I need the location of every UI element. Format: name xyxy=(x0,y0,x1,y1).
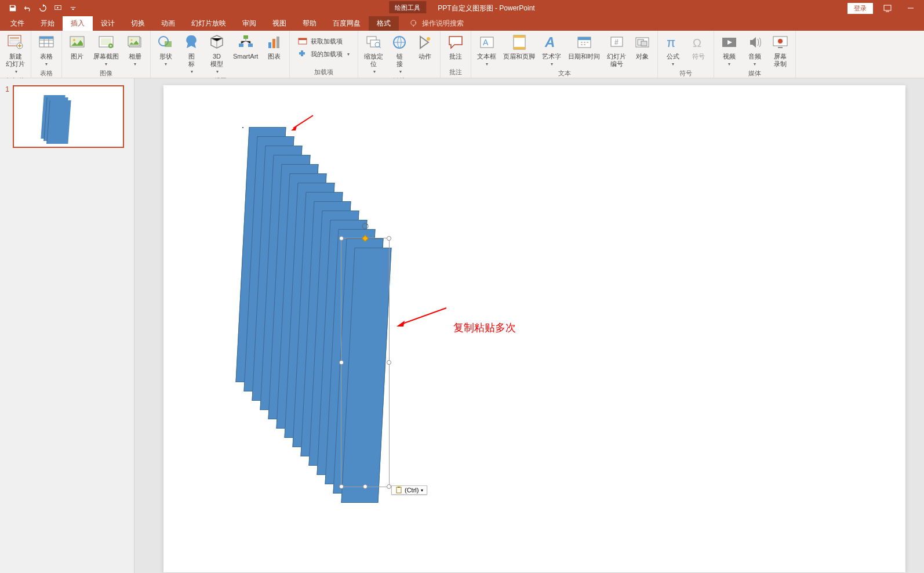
svg-rect-39 xyxy=(578,37,591,40)
start-from-beginning-button[interactable] xyxy=(51,1,65,15)
screenshot-button[interactable]: 屏幕截图 xyxy=(90,32,122,69)
textbox-button[interactable]: A文本框 xyxy=(474,32,500,69)
thumbnail-1[interactable]: 1 xyxy=(2,85,132,148)
ribbon-tab-strip: 文件 开始 插入 设计 切换 动画 幻灯片放映 审阅 视图 帮助 百度网盘 格式… xyxy=(0,16,924,31)
tab-baidu[interactable]: 百度网盘 xyxy=(325,16,369,31)
object-button[interactable]: 对象 xyxy=(630,32,655,61)
tab-review[interactable]: 审阅 xyxy=(234,16,264,31)
group-text-label: 文本 xyxy=(474,69,655,79)
svg-rect-18 xyxy=(165,41,172,47)
audio-button[interactable]: 音频 xyxy=(742,32,767,69)
slidenum-button[interactable]: #幻灯片 编号 xyxy=(603,32,630,69)
slidenum-icon: # xyxy=(607,33,626,52)
selection-box[interactable] xyxy=(341,238,390,487)
tab-transitions[interactable]: 切换 xyxy=(123,16,153,31)
parallelogram-shape[interactable] xyxy=(242,127,243,128)
clipboard-icon xyxy=(395,487,402,494)
get-addins-button[interactable]: 获取加载项 xyxy=(294,35,353,47)
screenrec-button[interactable]: 屏幕 录制 xyxy=(767,32,793,69)
tell-me-search[interactable]: 操作说明搜索 xyxy=(410,16,464,31)
chart-icon xyxy=(265,33,283,52)
thumbnail-1-number: 1 xyxy=(2,85,9,93)
action-icon xyxy=(416,33,434,52)
tab-help[interactable]: 帮助 xyxy=(294,16,325,31)
svg-rect-22 xyxy=(268,42,271,48)
workspace: 1 xyxy=(0,78,924,573)
svg-rect-35 xyxy=(514,35,525,38)
shapes-button[interactable]: 形状 xyxy=(153,32,179,69)
resize-handle-e[interactable] xyxy=(387,360,391,365)
shape-stack[interactable] xyxy=(242,127,544,573)
icons-button[interactable]: 图 标 xyxy=(179,32,204,77)
slide-canvas-area[interactable]: 复制粘贴多次 (Ctrl) ▾ xyxy=(134,78,924,573)
action-button[interactable]: 动作 xyxy=(412,32,438,61)
album-button[interactable]: 相册 xyxy=(122,32,148,69)
tab-design[interactable]: 设计 xyxy=(93,16,123,31)
rotate-handle[interactable] xyxy=(361,222,369,230)
equation-label: 公式 xyxy=(667,53,679,68)
equation-icon: π xyxy=(664,33,682,52)
annotation-text: 复制粘贴多次 xyxy=(453,321,516,335)
resize-handle-sw[interactable] xyxy=(339,484,344,489)
group-comments: 批注 批注 xyxy=(441,31,471,78)
chart-label: 图表 xyxy=(268,53,281,60)
textbox-label: 文本框 xyxy=(477,53,496,68)
video-icon xyxy=(720,33,739,52)
wordart-button[interactable]: A艺术字 xyxy=(539,32,565,69)
group-images: 图片 屏幕截图 相册 图像 xyxy=(62,31,151,78)
datetime-button[interactable]: 日期和时间 xyxy=(565,32,603,61)
tab-slideshow[interactable]: 幻灯片放映 xyxy=(183,16,234,31)
document-title: PPT自定义图形图 - PowerPoint xyxy=(438,3,534,13)
group-illustrations: 形状 图 标 3D 模型 SmartArt 图表 插图 xyxy=(151,31,290,78)
new-slide-icon xyxy=(6,33,25,52)
tab-animations[interactable]: 动画 xyxy=(153,16,183,31)
symbol-button[interactable]: Ω符号 xyxy=(686,32,711,61)
comment-button[interactable]: 批注 xyxy=(443,32,468,61)
svg-rect-23 xyxy=(272,39,275,48)
equation-button[interactable]: π公式 xyxy=(660,32,686,69)
resize-handle-nw[interactable] xyxy=(339,236,344,241)
resize-handle-ne[interactable] xyxy=(387,236,391,241)
slide-canvas[interactable]: 复制粘贴多次 (Ctrl) ▾ xyxy=(163,85,905,572)
tab-file[interactable]: 文件 xyxy=(2,16,32,31)
symbol-label: 符号 xyxy=(692,53,705,60)
redo-button[interactable] xyxy=(36,1,50,15)
svg-text:A: A xyxy=(544,34,555,50)
tab-format[interactable]: 格式 xyxy=(369,16,399,31)
paste-options-button[interactable]: (Ctrl) ▾ xyxy=(391,485,427,495)
group-links: 缩放定 位 链 接 动作 链接 xyxy=(358,31,441,78)
table-button[interactable]: 表格 xyxy=(34,32,59,69)
undo-button[interactable] xyxy=(21,1,35,15)
tab-insert[interactable]: 插入 xyxy=(63,16,93,31)
thumbnail-1-preview[interactable] xyxy=(13,85,124,148)
zoom-button[interactable]: 缩放定 位 xyxy=(361,32,387,77)
save-button[interactable] xyxy=(6,1,20,15)
headerfooter-button[interactable]: 页眉和页脚 xyxy=(500,32,539,61)
svg-rect-19 xyxy=(243,35,248,39)
tab-home[interactable]: 开始 xyxy=(32,16,63,31)
model3d-button[interactable]: 3D 模型 xyxy=(204,32,230,77)
slide-thumbnail-panel[interactable]: 1 xyxy=(0,78,134,573)
resize-handle-se[interactable] xyxy=(387,484,391,489)
qat-customize-button[interactable] xyxy=(66,1,80,15)
annotation-arrow-1 xyxy=(290,114,314,132)
screenrec-label: 屏幕 录制 xyxy=(774,53,787,68)
login-button[interactable]: 登录 xyxy=(847,3,873,14)
ribbon-display-options-button[interactable] xyxy=(879,1,896,15)
resize-handle-w[interactable] xyxy=(339,360,344,365)
link-button[interactable]: 链 接 xyxy=(387,32,412,77)
resize-handle-s[interactable] xyxy=(363,484,368,489)
smartart-button[interactable]: SmartArt xyxy=(230,32,261,61)
group-addins-label: 加载项 xyxy=(292,68,355,78)
tab-view[interactable]: 视图 xyxy=(264,16,294,31)
my-addins-button[interactable]: 我的加载项 xyxy=(294,48,353,60)
chart-button[interactable]: 图表 xyxy=(261,32,287,61)
video-button[interactable]: 视频 xyxy=(716,32,742,69)
title-center: 绘图工具 PPT自定义图形图 - PowerPoint xyxy=(389,3,534,13)
new-slide-button[interactable]: 新建 幻灯片 xyxy=(2,32,28,77)
zoom-icon xyxy=(365,33,383,52)
minimize-button[interactable] xyxy=(902,1,919,15)
object-label: 对象 xyxy=(636,53,649,60)
picture-button[interactable]: 图片 xyxy=(64,32,90,61)
group-symbols-label: 符号 xyxy=(660,69,711,79)
